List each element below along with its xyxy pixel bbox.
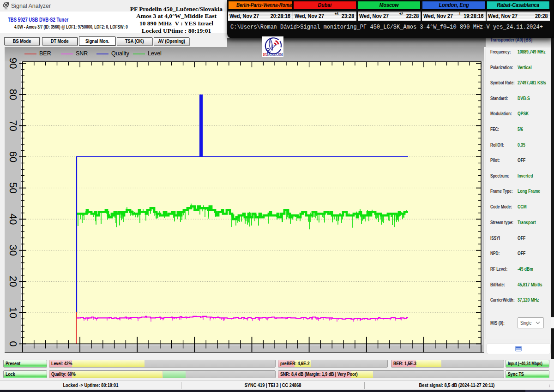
svg-text:70: 70 — [7, 120, 19, 131]
svg-text:50: 50 — [7, 182, 19, 193]
svg-text:20: 20 — [7, 276, 19, 287]
svg-text:80: 80 — [7, 89, 19, 100]
svg-text:30: 30 — [7, 245, 19, 256]
svg-text:0: 0 — [7, 341, 19, 346]
svg-text:DXSATCS.COM: DXSATCS.COM — [263, 53, 283, 57]
svg-text:10: 10 — [7, 307, 19, 318]
svg-text:40: 40 — [7, 214, 19, 225]
svg-text:60: 60 — [7, 151, 19, 162]
svg-text:90: 90 — [7, 58, 19, 69]
